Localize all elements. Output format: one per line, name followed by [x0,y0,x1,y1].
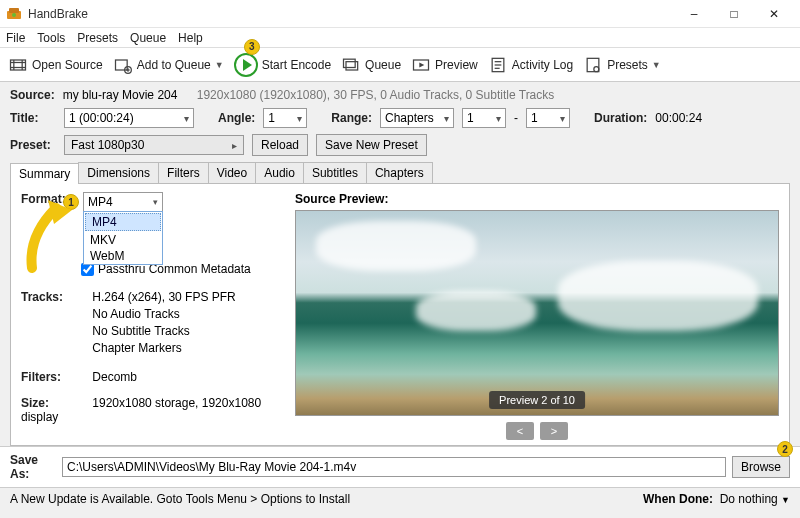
size-label: Size: [21,396,77,410]
titlebar: HandBrake – □ ✕ [0,0,800,28]
menu-presets[interactable]: Presets [77,31,118,45]
statusbar: A New Update is Available. Goto Tools Me… [0,487,800,510]
save-as-input[interactable] [62,457,726,477]
title-row: Title: 1 (00:00:24) Angle: 1 Range: Chap… [10,108,790,128]
tracks-line-2: No Audio Tracks [92,307,235,321]
chevron-down-icon: ▼ [215,60,224,70]
format-option-mp4[interactable]: MP4 [85,213,161,231]
preview-label: Preview [435,58,478,72]
annotation-badge-1: 1 [63,194,79,210]
chevron-down-icon: ▼ [781,495,790,505]
minimize-button[interactable]: – [674,0,714,28]
app-logo-icon [6,6,22,22]
maximize-button[interactable]: □ [714,0,754,28]
close-button[interactable]: ✕ [754,0,794,28]
preset-row: Preset: Fast 1080p30 ▸ Reload Save New P… [10,134,790,156]
format-select[interactable]: MP4 [83,192,163,212]
queue-label: Queue [365,58,401,72]
tab-summary[interactable]: Summary [10,163,79,184]
svg-point-2 [12,13,16,17]
menu-help[interactable]: Help [178,31,203,45]
svg-marker-15 [419,62,424,67]
duration-value: 00:00:24 [655,111,702,125]
format-dropdown-open: MP4 MKV WebM [83,211,163,265]
svg-rect-13 [346,61,358,69]
preview-next-button[interactable]: > [540,422,568,440]
menu-file[interactable]: File [6,31,25,45]
source-preview-label: Source Preview: [295,192,779,206]
update-message: A New Update is Available. Goto Tools Me… [10,492,350,506]
source-info: 1920x1080 (1920x1080), 30 FPS, 0 Audio T… [197,88,555,102]
presets-button[interactable]: Presets ▼ [583,55,661,75]
filters-label: Filters: [21,370,77,384]
queue-icon [341,55,361,75]
preset-select[interactable]: Fast 1080p30 ▸ [64,135,244,155]
tab-chapters[interactable]: Chapters [366,162,433,183]
tracks-line-1: H.264 (x264), 30 FPS PFR [92,290,235,304]
cloud-decoration [416,291,536,331]
svg-rect-12 [344,59,356,67]
preview-button[interactable]: Preview [411,55,478,75]
start-encode-label: Start Encode [262,58,331,72]
chevron-right-icon: ▸ [232,140,237,151]
add-to-queue-label: Add to Queue [137,58,211,72]
preset-label: Preset: [10,138,56,152]
presets-icon [583,55,603,75]
activity-log-button[interactable]: Activity Log [488,55,573,75]
queue-add-icon [113,55,133,75]
tracks-line-4: Chapter Markers [92,341,235,355]
svg-rect-20 [587,58,599,71]
reload-button[interactable]: Reload [252,134,308,156]
add-to-queue-button[interactable]: Add to Queue ▼ [113,55,224,75]
when-done-label: When Done: [643,492,713,506]
source-name: my blu-ray Movie 204 [63,88,178,102]
preview-count-badge: Preview 2 of 10 [489,391,585,409]
save-as-row: Save As: Browse 2 [0,446,800,487]
cloud-decoration [558,261,758,331]
tabs: Summary Dimensions Filters Video Audio S… [10,162,790,184]
menu-queue[interactable]: Queue [130,31,166,45]
browse-button[interactable]: Browse 2 [732,456,790,478]
title-select[interactable]: 1 (00:00:24) [64,108,194,128]
source-row: Source: my blu-ray Movie 204 1920x1080 (… [10,88,790,102]
source-preview-image: Preview 2 of 10 [295,210,779,416]
format-option-mkv[interactable]: MKV [84,232,162,248]
tab-dimensions[interactable]: Dimensions [78,162,159,183]
save-as-label: Save As: [10,453,56,481]
duration-label: Duration: [594,111,647,125]
tab-video[interactable]: Video [208,162,256,183]
start-encode-button[interactable]: Start Encode 3 [234,53,331,77]
annotation-badge-2: 2 [777,441,793,457]
queue-button[interactable]: Queue [341,55,401,75]
range-dash: - [514,111,518,125]
open-source-button[interactable]: Open Source [8,55,103,75]
svg-rect-3 [11,60,26,70]
window-title: HandBrake [28,7,88,21]
tracks-line-3: No Subtitle Tracks [92,324,235,338]
range-from-select[interactable]: 1 [462,108,506,128]
toolbar: Open Source Add to Queue ▼ Start Encode … [0,48,800,82]
tab-subtitles[interactable]: Subtitles [303,162,367,183]
cloud-decoration [316,221,476,271]
menubar: File Tools Presets Queue Help [0,28,800,48]
when-done-select[interactable]: Do nothing ▼ [720,492,790,506]
svg-point-21 [594,66,599,71]
svg-rect-1 [9,8,19,13]
title-label: Title: [10,111,56,125]
angle-select[interactable]: 1 [263,108,307,128]
play-icon [234,53,258,77]
tab-audio[interactable]: Audio [255,162,304,183]
summary-panel: Format: 1 MP4 MP4 MKV WebM Passthru Comm… [10,184,790,446]
preview-icon [411,55,431,75]
save-preset-button[interactable]: Save New Preset [316,134,427,156]
preview-prev-button[interactable]: < [506,422,534,440]
range-type-select[interactable]: Chapters [380,108,454,128]
tab-filters[interactable]: Filters [158,162,209,183]
menu-tools[interactable]: Tools [37,31,65,45]
open-source-label: Open Source [32,58,103,72]
range-to-select[interactable]: 1 [526,108,570,128]
format-option-webm[interactable]: WebM [84,248,162,264]
tracks-label: Tracks: [21,290,77,304]
source-label: Source: [10,88,55,102]
activity-log-label: Activity Log [512,58,573,72]
